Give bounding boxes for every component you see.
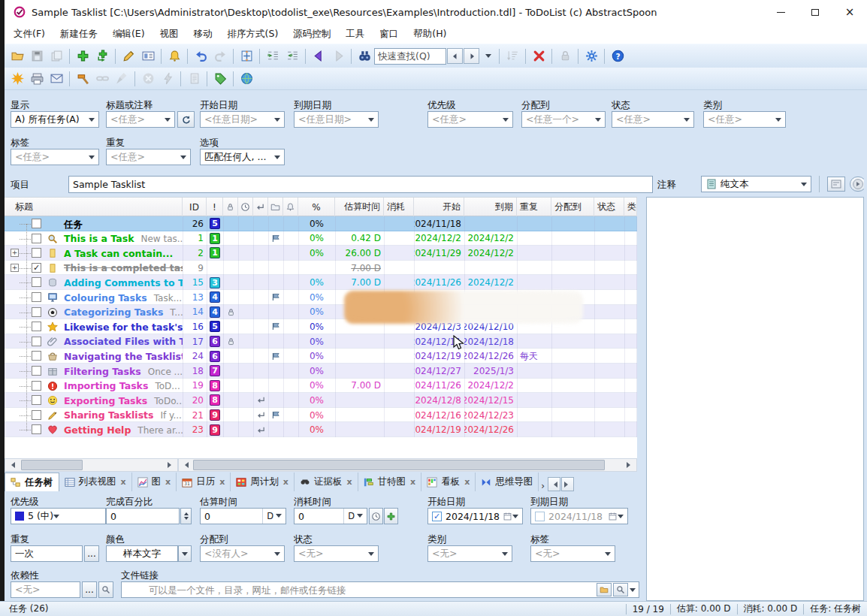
scroll-right-icon[interactable] xyxy=(165,459,177,471)
expand-icon[interactable]: + xyxy=(11,249,19,257)
attr-标签-select[interactable]: <无> xyxy=(530,545,615,562)
tab-任务树[interactable]: 任务树 xyxy=(5,473,59,491)
next-match-button[interactable] xyxy=(464,48,479,64)
print-button[interactable] xyxy=(27,69,47,88)
filter-标题或注释-select[interactable]: <任意> xyxy=(106,111,175,128)
new-task-button[interactable] xyxy=(73,47,92,65)
menu-item[interactable]: 文件(F) xyxy=(6,25,53,44)
column-header[interactable] xyxy=(238,198,253,216)
comments-format-select[interactable]: 纯文本 xyxy=(701,176,811,192)
close-tab-icon[interactable]: x xyxy=(464,477,470,487)
filter-类别-select[interactable]: <任意> xyxy=(703,111,786,128)
column-header[interactable]: 分配到 xyxy=(551,198,594,216)
task-row[interactable]: Likewise for the task's ...1650%2024/12/… xyxy=(5,319,637,334)
email-button[interactable] xyxy=(47,69,66,88)
column-header[interactable]: 类 xyxy=(624,198,637,216)
column-header[interactable]: 重复 xyxy=(517,198,551,216)
menu-item[interactable]: 视图 xyxy=(153,25,186,44)
task-checkbox[interactable] xyxy=(32,248,41,258)
close-tab-icon[interactable]: x xyxy=(346,477,352,487)
task-row[interactable]: Adding Comments to T...1530%7.00 D2024/1… xyxy=(5,275,637,290)
copy-task-button[interactable] xyxy=(47,47,66,65)
title-column-scrollbar[interactable] xyxy=(5,458,178,472)
color-dropdown-button[interactable] xyxy=(178,545,192,562)
close-tab-icon[interactable]: x xyxy=(283,477,288,487)
column-header[interactable]: 消耗 xyxy=(384,198,414,216)
task-row[interactable]: Navigating the Tasklist2460%2024/12/1920… xyxy=(5,349,637,364)
menu-item[interactable]: 排序方式(S) xyxy=(220,25,286,44)
filter-分配到-select[interactable]: <任意一个> xyxy=(521,111,606,128)
attr-分配到-select[interactable]: <没有人> xyxy=(200,545,285,562)
plus-small-button[interactable] xyxy=(384,508,398,524)
comments-panel[interactable] xyxy=(646,197,864,601)
column-header[interactable] xyxy=(283,198,298,216)
column-header[interactable]: 到期 xyxy=(464,198,517,216)
redo-button[interactable] xyxy=(210,47,230,65)
task-checkbox[interactable] xyxy=(32,424,41,434)
task-checkbox[interactable] xyxy=(32,337,41,346)
cleanup-brush-button[interactable] xyxy=(112,69,131,88)
panel-splitter[interactable] xyxy=(637,197,646,491)
attr-状态-select[interactable]: <无> xyxy=(294,545,379,562)
column-header[interactable]: 标题 xyxy=(5,198,183,216)
password-lock-button[interactable] xyxy=(555,47,575,65)
task-row[interactable]: Exporting TasksToDo...2080%2024/12/82024… xyxy=(5,393,637,408)
menu-item[interactable]: 工具 xyxy=(338,25,372,44)
cancel-circle-button[interactable] xyxy=(138,69,158,88)
start-date-field[interactable]: ✓2024/11/18 xyxy=(427,508,523,524)
recurrence-options-button[interactable]: ... xyxy=(84,545,99,562)
project-title-input[interactable] xyxy=(68,176,653,193)
link-chain-button[interactable] xyxy=(92,69,112,88)
percent-done-stepper[interactable] xyxy=(180,508,192,524)
filter-标签-select[interactable]: <任意> xyxy=(11,149,99,165)
close-tab-icon[interactable]: x xyxy=(165,477,171,487)
task-checkbox[interactable] xyxy=(32,351,41,361)
filter-重复-select[interactable]: <任意> xyxy=(106,149,191,165)
filter-选项-select[interactable]: 匹配任何人, ... xyxy=(200,149,285,165)
menu-item[interactable]: 移动 xyxy=(186,25,220,44)
web-globe-button[interactable] xyxy=(237,69,256,88)
tools-hammer-button[interactable] xyxy=(73,69,92,88)
task-row[interactable]: +✓This is a completed task97.00 D xyxy=(5,261,637,276)
task-row[interactable]: 任务2650%2024/11/18 xyxy=(5,216,637,231)
column-header[interactable]: 开始 xyxy=(414,198,464,216)
maximize-view-button[interactable] xyxy=(237,47,256,65)
time-estimate-input[interactable]: 0D xyxy=(200,508,286,524)
scroll-tabs-right-button[interactable] xyxy=(561,477,574,491)
column-header[interactable]: ! xyxy=(207,198,223,216)
close-tab-icon[interactable]: x xyxy=(219,477,225,487)
percent-done-input[interactable]: 0 xyxy=(106,508,180,524)
menu-item[interactable]: 编辑(E) xyxy=(105,25,153,44)
scroll-left-icon[interactable] xyxy=(5,459,18,471)
task-row[interactable]: Associated Files with T...1760%2024/12/1… xyxy=(5,334,637,349)
task-checkbox[interactable] xyxy=(32,219,41,228)
delete-task-button[interactable] xyxy=(529,47,548,65)
filter-状态-select[interactable]: <任意> xyxy=(612,111,694,128)
tab-思维导图[interactable]: 思维导图 xyxy=(476,473,539,491)
task-row[interactable]: +A Task can contain...210%26.00 D2024/11… xyxy=(5,246,637,261)
task-checkbox[interactable] xyxy=(32,292,41,302)
attr-类别-select[interactable]: <无> xyxy=(427,545,512,562)
tab-证据板[interactable]: 证据板x xyxy=(295,473,358,491)
flash-button[interactable] xyxy=(158,69,177,88)
outdent-left-button[interactable] xyxy=(282,47,302,65)
task-row[interactable]: Sharing TasklistsIf y...2190%2024/12/162… xyxy=(5,408,637,423)
menu-item[interactable]: 窗口 xyxy=(372,25,406,44)
tab-周计划[interactable]: 周计划x xyxy=(231,473,295,491)
menu-item[interactable]: 帮助(H) xyxy=(406,25,454,44)
task-checkbox[interactable]: ✓ xyxy=(32,263,41,273)
tab-列表视图[interactable]: 列表视图x xyxy=(59,473,132,491)
help-button[interactable]: ? xyxy=(608,47,627,65)
date-enabled-checkbox[interactable]: ✓ xyxy=(432,512,442,521)
tab-甘特图[interactable]: 甘特图x xyxy=(358,473,422,491)
time-spent-input[interactable]: 0D xyxy=(294,508,367,524)
task-checkbox[interactable] xyxy=(32,322,41,331)
column-header[interactable]: % xyxy=(298,198,335,216)
refresh-filter-button[interactable] xyxy=(177,111,195,128)
expand-icon[interactable]: + xyxy=(11,264,19,272)
quick-find-input[interactable] xyxy=(378,50,443,62)
maximize-button[interactable] xyxy=(798,0,832,24)
task-row[interactable]: Getting HelpThere ar...2390%2024/12/1920… xyxy=(5,422,637,437)
task-row[interactable]: Filtering TasksOnce ...1870%2024/12/2720… xyxy=(5,364,637,379)
sort-button[interactable] xyxy=(503,47,522,65)
